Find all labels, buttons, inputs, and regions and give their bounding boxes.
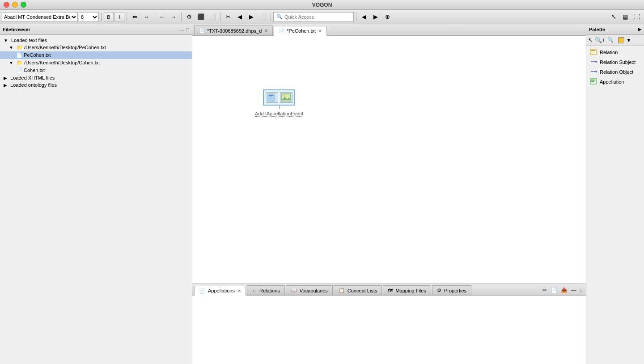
file-tree: ▼ Loaded text files ▼ 📁 /Users/Kenneth/D… [0, 35, 192, 364]
toolbar-separator-6 [271, 13, 271, 21]
bottom-tab-vocabularies[interactable]: 📖 Vocabularies [286, 285, 333, 295]
editor-tab-1[interactable]: 📄 *TXT-300685692.dhps_d ✕ [194, 25, 273, 35]
arrow-left-button[interactable]: ← [157, 12, 167, 22]
window-controls [4, 2, 26, 8]
tree-arrow-xhtml: ▶ [4, 76, 7, 80]
palette-panel: Palette ▶ ↖ 🔍+ 🔍− ▼ Relation [586, 24, 644, 364]
palette-item-relation[interactable]: Relation [588, 47, 642, 57]
back-button[interactable]: ◀ [359, 12, 369, 22]
bottom-add-icon[interactable]: 📄 [550, 286, 558, 294]
title-bar: VOGON [0, 0, 644, 10]
tree-item-label-cohen-path: /Users/Kenneth/Desktop/Cohen.txt [24, 60, 100, 65]
palette-expand-icon[interactable]: ▶ [638, 26, 641, 32]
bottom-export-icon[interactable]: 📤 [560, 286, 568, 294]
app-title: VOGON [312, 2, 332, 8]
tab-close-2[interactable]: ✕ [318, 29, 322, 34]
italic-button[interactable]: I [114, 12, 124, 22]
tab-label-2: *PeCohen.txt [287, 28, 316, 34]
folder-arrow-2: ▼ [9, 60, 13, 65]
tree-item-pecohen-folder[interactable]: ▼ 📁 /Users/Kenneth/Desktop/PeCohen.txt [0, 44, 192, 51]
palette-color-icon[interactable] [618, 37, 624, 43]
tab-label-properties: Properties [444, 288, 466, 293]
tab-icon-1: 📄 [199, 28, 204, 33]
tool-btn-1[interactable]: ⚙ [184, 12, 195, 22]
palette-title: Palette [589, 27, 605, 32]
tree-arrow-text: ▼ [4, 38, 8, 43]
tree-group-label-text: Loaded text files [11, 38, 47, 43]
minimize-panel-icon[interactable]: — [179, 27, 184, 32]
palette-dropdown-icon[interactable]: ▼ [626, 37, 631, 43]
tool-btn-3[interactable]: ⬜ [207, 12, 218, 22]
file-icon-pecohen: 📄 [16, 52, 22, 58]
annotation-label[interactable]: Add IAppellationEvent [255, 111, 303, 117]
palette-label-relation-object: Relation Object [600, 69, 633, 75]
expand-button[interactable]: ⛶ [631, 12, 642, 22]
tree-item-cohen-file[interactable]: 📄 Cohen.txt [0, 67, 192, 74]
tree-group-ontology-files[interactable]: ▶ Loaded ontology files [0, 81, 192, 89]
canvas-area[interactable]: Add IAppellationEvent [192, 36, 586, 284]
maximize-panel-icon[interactable]: □ [186, 27, 189, 32]
fit-button[interactable]: ⬜ [258, 12, 268, 22]
tab-close-1[interactable]: ✕ [264, 28, 268, 33]
tool-btn-2[interactable]: ⬛ [195, 12, 206, 22]
align-left-button[interactable]: ⬅ [129, 12, 140, 22]
svg-rect-9 [591, 52, 594, 52]
tree-group-xhtml-files[interactable]: ▶ Loaded XHTML files [0, 74, 192, 81]
tab-label-relations: Relations [259, 288, 280, 293]
palette-item-appellation[interactable]: Appellation [588, 77, 642, 87]
tree-group-text-files[interactable]: ▼ Loaded text files [0, 37, 192, 44]
annotation-icon-doc[interactable] [266, 92, 278, 103]
view-button[interactable]: ▤ [620, 12, 631, 22]
tab-icon-appellations: 📄 [199, 288, 205, 294]
tool-btn-4[interactable]: ✂ [223, 12, 233, 22]
palette-zoom-out-icon[interactable]: 🔍− [607, 37, 616, 43]
bottom-tab-properties[interactable]: ⚙ Properties [432, 285, 471, 295]
tree-item-label-pecohen-path: /Users/Kenneth/Desktop/PeCohen.txt [24, 45, 106, 50]
align-button[interactable]: ↔ [141, 12, 152, 22]
tab-icon-relations: ↔ [252, 288, 257, 293]
nav-prev-button[interactable]: ◀ [234, 12, 245, 22]
font-size-select[interactable]: 8 [79, 12, 99, 22]
tree-item-label-pecohen: PeCohen.txt [24, 52, 51, 58]
tab-label-appellations: Appellations [208, 288, 235, 293]
palette-item-relation-subject[interactable]: Relation Subject [588, 57, 642, 67]
palette-zoom-in-icon[interactable]: 🔍+ [595, 37, 606, 43]
bottom-minimize-icon[interactable]: — [570, 286, 577, 294]
tree-item-cohen-folder[interactable]: ▼ 📁 /Users/Kenneth/Desktop/Cohen.txt [0, 59, 192, 67]
bottom-edit-icon[interactable]: ✏ [542, 286, 548, 294]
palette-icon-relation-subject [590, 59, 597, 66]
tree-item-pecohen-file[interactable]: 📄 PeCohen.txt [0, 51, 192, 59]
minimize-button[interactable] [12, 2, 18, 8]
file-icon-cohen: 📄 [16, 68, 22, 73]
toolbar-separator-3 [154, 13, 154, 21]
search-icon: 🔍 [276, 14, 283, 20]
bottom-tab-relations[interactable]: ↔ Relations [247, 285, 285, 295]
annotation-widget: Add IAppellationEvent [255, 89, 303, 117]
maximize-button[interactable] [21, 2, 26, 8]
tab-label-vocabularies: Vocabularies [300, 288, 328, 293]
editor-tabs: 📄 *TXT-300685692.dhps_d ✕ 📄 *PeCohen.txt… [192, 24, 586, 36]
tab-close-appellations[interactable]: ✕ [237, 288, 241, 293]
svg-rect-1 [269, 95, 273, 96]
forward-button[interactable]: ▶ [370, 12, 381, 22]
bottom-tab-concept-lists[interactable]: 📋 Concept Lists [334, 285, 382, 295]
nav-next-button[interactable]: ▶ [246, 12, 257, 22]
bottom-tab-appellations[interactable]: 📄 Appellations ✕ [194, 286, 246, 296]
annotation-icon-image[interactable] [280, 92, 292, 103]
resize-button[interactable]: ⤡ [608, 12, 619, 22]
editor-tab-2[interactable]: 📄 *PeCohen.txt ✕ [274, 26, 327, 36]
arrow-right-button[interactable]: → [168, 12, 179, 22]
palette-cursor-icon[interactable]: ↖ [588, 37, 593, 43]
bottom-tab-mapping-files[interactable]: 🗺 Mapping Files [383, 285, 431, 295]
help-button[interactable]: ⊕ [382, 12, 393, 22]
svg-point-5 [284, 95, 285, 97]
palette-item-relation-object[interactable]: Relation Object [588, 67, 642, 77]
close-button[interactable] [4, 2, 9, 8]
toolbar-separator-5 [220, 13, 220, 21]
bottom-maximize-icon[interactable]: □ [579, 286, 584, 294]
font-family-select[interactable]: Abadi MT Condensed Extra Bold [2, 12, 78, 22]
palette-label-relation: Relation [600, 50, 618, 55]
palette-header: Palette ▶ [586, 24, 644, 35]
quick-access-input[interactable] [284, 14, 351, 20]
bold-button[interactable]: B [104, 12, 114, 22]
